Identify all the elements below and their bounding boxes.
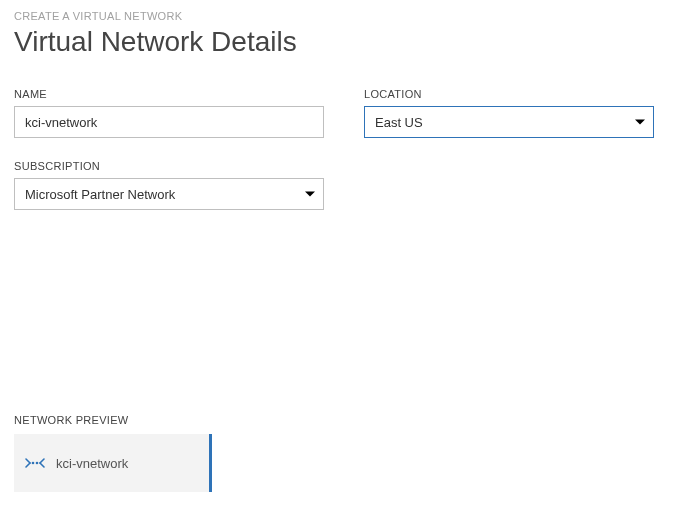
network-preview-name: kci-vnetwork xyxy=(56,456,128,471)
subscription-select[interactable]: Microsoft Partner Network xyxy=(14,178,324,210)
location-selected-value: East US xyxy=(375,115,423,130)
network-preview-label: NETWORK PREVIEW xyxy=(14,414,212,426)
name-input[interactable] xyxy=(14,106,324,138)
svg-point-1 xyxy=(36,462,39,465)
name-field-group: NAME xyxy=(14,88,324,138)
location-label: LOCATION xyxy=(364,88,654,100)
location-field-group: LOCATION East US xyxy=(364,88,654,138)
virtual-network-icon xyxy=(24,452,46,474)
subscription-field-group: SUBSCRIPTION Microsoft Partner Network xyxy=(14,160,324,210)
name-label: NAME xyxy=(14,88,324,100)
chevron-down-icon xyxy=(305,192,315,197)
subscription-label: SUBSCRIPTION xyxy=(14,160,324,172)
page-title: Virtual Network Details xyxy=(14,26,665,58)
breadcrumb: CREATE A VIRTUAL NETWORK xyxy=(14,10,665,22)
network-preview-section: NETWORK PREVIEW kci-vnetwork xyxy=(14,414,212,492)
chevron-down-icon xyxy=(635,120,645,125)
network-preview-card[interactable]: kci-vnetwork xyxy=(14,434,212,492)
subscription-selected-value: Microsoft Partner Network xyxy=(25,187,175,202)
svg-point-0 xyxy=(32,462,35,465)
location-select[interactable]: East US xyxy=(364,106,654,138)
